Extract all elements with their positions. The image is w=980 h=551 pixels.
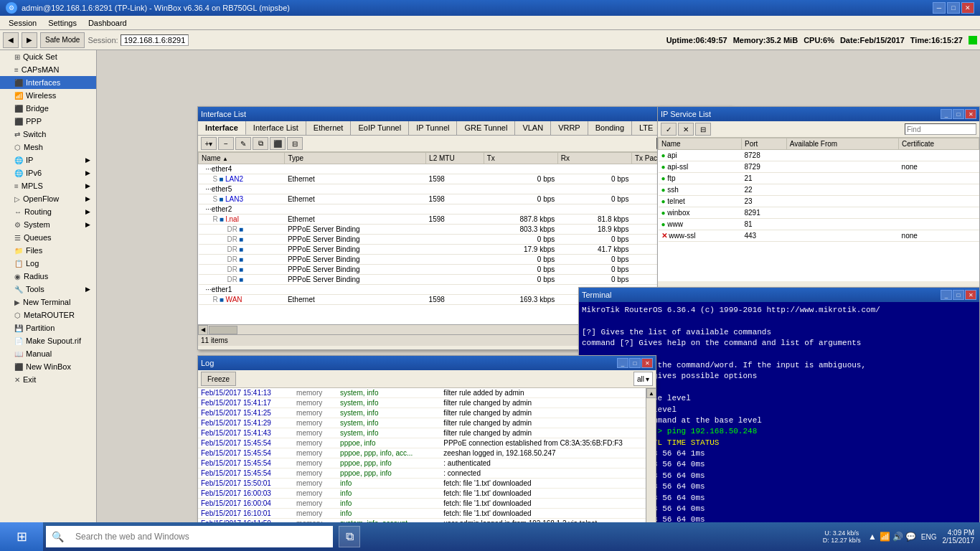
tray-up-arrow[interactable]: ▲	[867, 531, 878, 542]
table-row[interactable]: DR■ PPPoE Server Binding 0 bps 0 bps	[199, 255, 731, 265]
terminal-close[interactable]: ✕	[965, 290, 976, 300]
sidebar-item-new-terminal[interactable]: ▶ New Terminal	[0, 296, 96, 309]
start-btn[interactable]: ⊞	[0, 522, 43, 551]
ip-service-disable-btn[interactable]: ✕	[678, 123, 694, 136]
table-row[interactable]: ● winbox 8291	[659, 207, 979, 219]
ip-service-enable-btn[interactable]: ✓	[661, 123, 677, 136]
list-item[interactable]: Feb/15/2017 16:10:01 memory info fetch: …	[198, 509, 646, 519]
table-row[interactable]: DR■ PPPoE Server Binding 0 bps 0 bps	[199, 235, 731, 245]
tray-message-icon[interactable]: 💬	[905, 531, 917, 542]
svc-col-certificate[interactable]: Certificate	[899, 138, 979, 150]
log-scroll-track[interactable]	[646, 398, 656, 536]
filter-btn[interactable]: ⊟	[287, 137, 303, 150]
table-row[interactable]: ● api 8728	[659, 150, 979, 161]
scroll-left-btn[interactable]: ◀	[198, 325, 208, 335]
sidebar-item-interfaces[interactable]: ⬛ Interfaces	[0, 76, 96, 89]
edit-btn[interactable]: ✎	[235, 137, 251, 150]
list-item[interactable]: Feb/15/2017 15:41:17 memory system, info…	[198, 398, 646, 408]
sidebar-item-quick-set[interactable]: ⊞ Quick Set	[0, 50, 96, 63]
table-row[interactable]: S■ LAN2 Ethernet 1598 0 bps 0 bps	[199, 174, 731, 184]
tab-gre-tunnel[interactable]: GRE Tunnel	[457, 121, 515, 135]
col-name[interactable]: Name	[199, 153, 285, 164]
ip-service-close[interactable]: ✕	[965, 109, 976, 119]
list-item[interactable]: Feb/15/2017 16:00:03 memory info fetch: …	[198, 489, 646, 499]
log-maximize[interactable]: □	[629, 358, 641, 368]
tab-eoip-tunnel[interactable]: EoIP Tunnel	[351, 121, 409, 135]
paste-btn[interactable]: ⬛	[270, 137, 286, 150]
menu-dashboard[interactable]: Dashboard	[83, 17, 133, 29]
list-item[interactable]: Feb/15/2017 15:45:54 memory pppoe, ppp, …	[198, 458, 646, 468]
clock[interactable]: 4:09 PM 2/15/2017	[943, 529, 975, 545]
col-rx[interactable]: Rx	[557, 153, 631, 164]
sidebar-item-queues[interactable]: ☰ Queues	[0, 231, 96, 244]
list-item[interactable]: Feb/15/2017 15:41:13 memory system, info…	[198, 388, 646, 398]
tab-bonding[interactable]: Bonding	[588, 121, 632, 135]
sidebar-item-mpls[interactable]: ≡ MPLS ▶	[0, 179, 96, 192]
sidebar-item-partition[interactable]: 💾 Partition	[0, 321, 96, 334]
tab-vrrp[interactable]: VRRP	[551, 121, 588, 135]
table-row[interactable]: ● api-ssl 8729 none	[659, 161, 979, 173]
sidebar-item-ipv6[interactable]: 🌐 IPv6 ▶	[0, 166, 96, 179]
terminal-minimize[interactable]: _	[941, 290, 952, 300]
table-row[interactable]: ● ssh 22	[659, 184, 979, 196]
svc-col-name[interactable]: Name	[659, 138, 742, 150]
sidebar-item-system[interactable]: ⚙ System ▶	[0, 218, 96, 231]
close-btn[interactable]: ✕	[961, 2, 974, 14]
add-btn[interactable]: +▾	[201, 137, 217, 150]
list-item[interactable]: Feb/15/2017 15:41:43 memory system, info…	[198, 428, 646, 438]
tab-interface[interactable]: Interface	[198, 121, 246, 135]
ip-service-maximize[interactable]: □	[953, 109, 964, 119]
table-row[interactable]: DR■ PPPoE Server Binding 0 bps 0 bps	[199, 265, 731, 275]
table-row[interactable]: ···ether2	[199, 204, 731, 215]
table-row[interactable]: DR■ PPPoE Server Binding 0 bps 0 bps	[199, 275, 731, 285]
table-row[interactable]: ● www 81	[659, 219, 979, 230]
sidebar-item-routing[interactable]: ↔ Routing ▶	[0, 205, 96, 218]
table-row[interactable]: ✕ www-ssl 443 none	[659, 230, 979, 242]
maximize-btn[interactable]: □	[947, 2, 960, 14]
list-item[interactable]: Feb/15/2017 15:50:01 memory info fetch: …	[198, 479, 646, 489]
sidebar-item-mesh[interactable]: ⬡ Mesh	[0, 141, 96, 154]
table-row[interactable]: ● telnet 23	[659, 196, 979, 207]
list-item[interactable]: Feb/15/2017 15:45:54 memory pppoe, ppp, …	[198, 468, 646, 479]
menu-settings[interactable]: Settings	[42, 17, 83, 29]
back-btn[interactable]: ◀	[3, 32, 19, 48]
sidebar-item-wireless[interactable]: 📶 Wireless	[0, 89, 96, 102]
col-l2mtu[interactable]: L2 MTU	[426, 153, 484, 164]
table-row[interactable]: ···ether5	[199, 184, 731, 194]
sidebar-item-bridge[interactable]: ⬛ Bridge	[0, 102, 96, 115]
ip-service-minimize[interactable]: _	[941, 109, 952, 119]
svc-col-available[interactable]: Available From	[786, 138, 898, 150]
log-scroll-up[interactable]: ▲	[646, 388, 656, 398]
sidebar-item-metarouter[interactable]: ⬡ MetaROUTER	[0, 309, 96, 321]
sidebar-item-files[interactable]: 📁 Files	[0, 244, 96, 257]
remove-btn[interactable]: −	[218, 137, 234, 150]
table-row[interactable]: DR■ PPPoE Server Binding 17.9 kbps 41.7 …	[199, 245, 731, 255]
table-row[interactable]: S■ LAN3 Ethernet 1598 0 bps 0 bps	[199, 194, 731, 204]
sidebar-item-tools[interactable]: 🔧 Tools ▶	[0, 283, 96, 296]
table-row[interactable]: DR■ PPPoE Server Binding 803.3 kbps 18.9…	[199, 225, 731, 235]
ip-service-find-input[interactable]	[905, 123, 976, 135]
sidebar-item-exit[interactable]: ✕ Exit	[0, 373, 96, 386]
list-item[interactable]: Feb/15/2017 16:00:04 memory info fetch: …	[198, 499, 646, 509]
freeze-btn[interactable]: Freeze	[201, 372, 236, 386]
tab-ethernet[interactable]: Ethernet	[306, 121, 352, 135]
forward-btn[interactable]: ▶	[22, 32, 37, 48]
sidebar-item-openflow[interactable]: ▷ OpenFlow ▶	[0, 192, 96, 205]
table-row[interactable]: ···ether4	[199, 164, 731, 174]
sidebar-item-ppp[interactable]: ⬛ PPP	[0, 115, 96, 128]
svc-col-port[interactable]: Port	[742, 138, 787, 150]
table-row[interactable]: ● ftp 21	[659, 173, 979, 184]
scroll-thumb[interactable]	[209, 326, 237, 334]
sidebar-item-log[interactable]: 📋 Log	[0, 257, 96, 270]
minimize-btn[interactable]: ─	[933, 2, 946, 14]
col-type[interactable]: Type	[285, 153, 426, 164]
sidebar-item-new-winbox[interactable]: ⬛ New WinBox	[0, 360, 96, 373]
tab-ip-tunnel[interactable]: IP Tunnel	[409, 121, 457, 135]
taskbar-search-input[interactable]	[70, 526, 333, 547]
sidebar-item-switch[interactable]: ⇄ Switch	[0, 128, 96, 141]
list-item[interactable]: Feb/15/2017 15:45:54 memory pppoe, info …	[198, 438, 646, 448]
safe-mode-btn[interactable]: Safe Mode	[40, 32, 85, 48]
sidebar-item-radius[interactable]: ◉ Radius	[0, 270, 96, 283]
list-item[interactable]: Feb/15/2017 15:41:29 memory system, info…	[198, 418, 646, 428]
col-tx[interactable]: Tx	[484, 153, 557, 164]
